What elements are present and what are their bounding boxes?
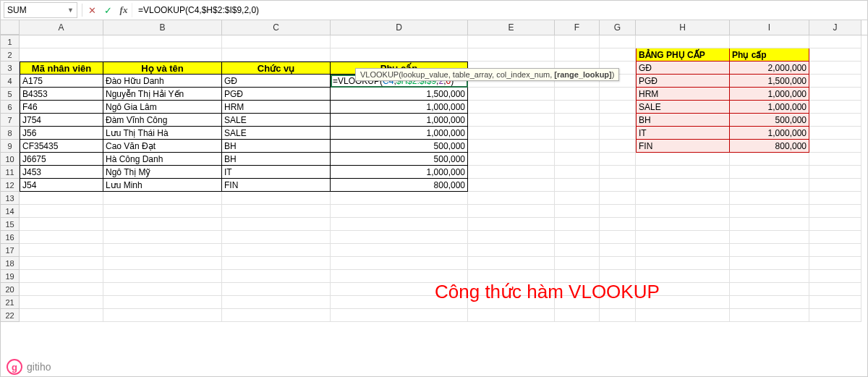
cell-I2[interactable]: Phụ cấp <box>730 48 809 62</box>
cell-J13[interactable] <box>809 192 861 205</box>
cell-E17[interactable] <box>468 244 555 257</box>
cell-H13[interactable] <box>636 192 730 205</box>
cell-H18[interactable] <box>636 257 730 270</box>
cell-C5[interactable]: PGĐ <box>222 88 331 101</box>
cell-C17[interactable] <box>222 244 331 257</box>
cell-A19[interactable] <box>20 270 103 283</box>
row-header[interactable]: 10 <box>1 153 20 166</box>
col-header[interactable]: D <box>331 20 468 35</box>
cell-B3[interactable]: Họ và tên <box>103 62 222 75</box>
cell-A18[interactable] <box>20 257 103 270</box>
cell-G10[interactable] <box>600 153 636 166</box>
row-header[interactable]: 21 <box>1 296 20 309</box>
row-header[interactable]: 16 <box>1 231 20 244</box>
row-header[interactable]: 9 <box>1 140 20 153</box>
cell-A4[interactable]: A175 <box>20 75 103 88</box>
cell-I18[interactable] <box>730 257 809 270</box>
cell-I17[interactable] <box>730 244 809 257</box>
cell-B19[interactable] <box>103 270 222 283</box>
cell-D16[interactable] <box>331 231 468 244</box>
cell-J21[interactable] <box>809 296 861 309</box>
cell-D11[interactable]: 1,000,000 <box>331 166 468 179</box>
cell-I4[interactable]: 1,500,000 <box>730 75 809 88</box>
cell-J2[interactable] <box>809 48 861 62</box>
cell-E11[interactable] <box>468 166 555 179</box>
cell-C4[interactable]: GĐ <box>222 75 331 88</box>
row-header[interactable]: 18 <box>1 257 20 270</box>
cell-I9[interactable]: 800,000 <box>730 140 809 153</box>
cell-G12[interactable] <box>600 179 636 192</box>
cell-F12[interactable] <box>555 179 600 192</box>
cell-J16[interactable] <box>809 231 861 244</box>
chevron-down-icon[interactable]: ▼ <box>67 7 74 14</box>
cell-F15[interactable] <box>555 218 600 231</box>
cell-I6[interactable]: 1,000,000 <box>730 101 809 114</box>
row-header[interactable]: 12 <box>1 179 20 192</box>
cell-F17[interactable] <box>555 244 600 257</box>
cell-G5[interactable] <box>600 88 636 101</box>
spreadsheet-grid[interactable]: A B C D E F G H I J 12BẢNG PHỤ CẤPPhụ cấ… <box>1 20 867 358</box>
cell-A20[interactable] <box>20 283 103 296</box>
cell-H22[interactable] <box>636 309 730 322</box>
cell-C9[interactable]: BH <box>222 140 331 153</box>
cell-I11[interactable] <box>730 166 809 179</box>
cell-F11[interactable] <box>555 166 600 179</box>
cancel-icon[interactable]: ✕ <box>84 3 100 17</box>
cell-C10[interactable]: BH <box>222 153 331 166</box>
cell-J14[interactable] <box>809 205 861 218</box>
cell-E1[interactable] <box>468 35 555 48</box>
cell-B7[interactable]: Đàm Vĩnh Công <box>103 114 222 127</box>
cell-A17[interactable] <box>20 244 103 257</box>
cell-F6[interactable] <box>555 101 600 114</box>
cell-H2[interactable]: BẢNG PHỤ CẤP <box>636 48 730 62</box>
cell-A2[interactable] <box>20 48 103 62</box>
cell-I7[interactable]: 500,000 <box>730 114 809 127</box>
cell-J19[interactable] <box>809 270 861 283</box>
cell-G16[interactable] <box>600 231 636 244</box>
row-header[interactable]: 7 <box>1 114 20 127</box>
cell-D2[interactable] <box>331 48 468 62</box>
cell-C22[interactable] <box>222 309 331 322</box>
cell-E2[interactable] <box>468 48 555 62</box>
cell-D18[interactable] <box>331 257 468 270</box>
cell-D1[interactable] <box>331 35 468 48</box>
cell-F13[interactable] <box>555 192 600 205</box>
cell-G1[interactable] <box>600 35 636 48</box>
cell-D9[interactable]: 500,000 <box>331 140 468 153</box>
cell-H16[interactable] <box>636 231 730 244</box>
cell-G17[interactable] <box>600 244 636 257</box>
col-header[interactable]: G <box>600 20 636 35</box>
cell-A12[interactable]: J54 <box>20 179 103 192</box>
cell-E10[interactable] <box>468 153 555 166</box>
cell-A5[interactable]: B4353 <box>20 88 103 101</box>
cell-C1[interactable] <box>222 35 331 48</box>
cell-B15[interactable] <box>103 218 222 231</box>
cell-D17[interactable] <box>331 244 468 257</box>
cell-D15[interactable] <box>331 218 468 231</box>
col-header[interactable]: H <box>636 20 730 35</box>
cell-H10[interactable] <box>636 153 730 166</box>
cell-A3[interactable]: Mã nhân viên <box>20 62 103 75</box>
cell-H9[interactable]: FIN <box>636 140 730 153</box>
cell-A15[interactable] <box>20 218 103 231</box>
cell-G15[interactable] <box>600 218 636 231</box>
cell-D6[interactable]: 1,000,000 <box>331 101 468 114</box>
cell-J7[interactable] <box>809 114 861 127</box>
cell-I19[interactable] <box>730 270 809 283</box>
cell-B6[interactable]: Ngô Gia Lâm <box>103 101 222 114</box>
cell-E9[interactable] <box>468 140 555 153</box>
cell-H17[interactable] <box>636 244 730 257</box>
row-header[interactable]: 2 <box>1 48 20 62</box>
cell-I5[interactable]: 1,000,000 <box>730 88 809 101</box>
cell-B18[interactable] <box>103 257 222 270</box>
cell-C18[interactable] <box>222 257 331 270</box>
cell-F9[interactable] <box>555 140 600 153</box>
col-header[interactable]: F <box>555 20 600 35</box>
cell-H6[interactable]: SALE <box>636 101 730 114</box>
cell-E15[interactable] <box>468 218 555 231</box>
row-header[interactable]: 22 <box>1 309 20 322</box>
cell-A1[interactable] <box>20 35 103 48</box>
row-header[interactable]: 15 <box>1 218 20 231</box>
cell-F22[interactable] <box>555 309 600 322</box>
cell-J15[interactable] <box>809 218 861 231</box>
